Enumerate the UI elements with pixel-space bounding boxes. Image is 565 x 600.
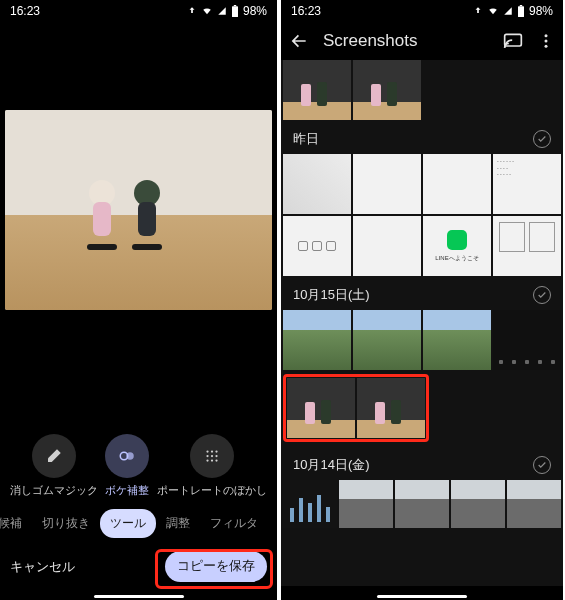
signal-icon: [217, 6, 227, 16]
thumbnail[interactable]: [423, 310, 491, 370]
thumbnail[interactable]: [283, 216, 351, 276]
thumbnail[interactable]: [395, 480, 449, 528]
tab-adjust[interactable]: 調整: [156, 509, 200, 538]
signal-icon: [503, 6, 513, 16]
select-all-toggle[interactable]: [533, 286, 551, 304]
editor-photo-preview[interactable]: [5, 110, 272, 310]
thumbnail[interactable]: [353, 216, 421, 276]
thumbnail[interactable]: [283, 480, 337, 528]
status-icons: 98%: [473, 4, 553, 18]
thumbnail[interactable]: [423, 154, 491, 214]
thumbnail[interactable]: [353, 60, 421, 120]
svg-point-12: [216, 459, 218, 461]
battery-pct: 98%: [529, 4, 553, 18]
tool-row: 消しゴムマジック ボケ補整 ポートレートのぼかし: [0, 434, 277, 498]
tool-bokeh-correct[interactable]: ボケ補整: [105, 434, 149, 498]
tab-filters[interactable]: フィルタ: [200, 509, 268, 538]
editor-tabs[interactable]: 候補 切り抜き ツール 調整 フィルタ: [0, 509, 277, 538]
section-label: 10月14日(金): [293, 456, 370, 474]
svg-point-7: [207, 455, 209, 457]
eraser-icon: [45, 447, 63, 465]
thumbnail[interactable]: LINEへようこそ: [423, 216, 491, 276]
grid-icon: [203, 447, 221, 465]
thumbnail[interactable]: [287, 378, 355, 438]
tool-label: ボケ補整: [105, 484, 149, 498]
tab-tools[interactable]: ツール: [100, 509, 156, 538]
select-all-toggle[interactable]: [533, 130, 551, 148]
line-caption: LINEへようこそ: [423, 254, 491, 263]
status-icons: 98%: [187, 4, 267, 18]
album-title: Screenshots: [323, 31, 489, 51]
section-header-oct15: 10月15日(土): [281, 276, 563, 310]
status-bar-left: 16:23 98%: [0, 0, 277, 22]
back-icon[interactable]: [289, 31, 309, 51]
svg-rect-0: [232, 6, 238, 17]
thumbnail[interactable]: [353, 310, 421, 370]
section-header-yesterday: 昨日: [281, 120, 563, 154]
battery-icon: [231, 5, 239, 17]
tool-portrait-blur[interactable]: ポートレートのぼかし: [157, 434, 267, 498]
svg-rect-14: [520, 5, 522, 6]
tab-crop[interactable]: 切り抜き: [32, 509, 100, 538]
editor-bottom-bar: キャンセル コピーを保存: [0, 551, 277, 582]
thumbnail[interactable]: [451, 480, 505, 528]
svg-point-10: [207, 459, 209, 461]
thumbnail[interactable]: [507, 480, 561, 528]
selection-highlight-annotation: [283, 374, 429, 442]
svg-point-6: [216, 450, 218, 452]
thumbnail[interactable]: [493, 216, 561, 276]
thumb-row-oct14: [281, 480, 563, 528]
battery-icon: [517, 5, 525, 17]
gesture-pill[interactable]: [94, 595, 184, 598]
svg-rect-1: [234, 5, 236, 6]
svg-point-4: [207, 450, 209, 452]
thumb-row-top: [281, 60, 563, 120]
phone-album-screen: 16:23 98% Screenshots 昨日 - - - - - --: [281, 0, 563, 600]
select-all-toggle[interactable]: [533, 456, 551, 474]
gesture-pill[interactable]: [377, 595, 467, 598]
thumbnail[interactable]: [283, 154, 351, 214]
svg-point-18: [545, 45, 548, 48]
svg-point-3: [127, 452, 135, 460]
thumbnail[interactable]: [283, 60, 351, 120]
wifi-icon: [487, 6, 499, 16]
phone-editor-screen: 16:23 98% 消しゴムマジック ボケ補整 ポートレートのぼかし 候補 切り…: [0, 0, 277, 600]
thumb-row-oct15: [281, 310, 563, 370]
album-scroll[interactable]: 昨日 - - - - - -- - - -- - - - - LINEへようこそ…: [281, 60, 563, 586]
tool-label: ポートレートのぼかし: [157, 484, 267, 498]
svg-point-5: [211, 450, 213, 452]
cancel-button[interactable]: キャンセル: [10, 558, 75, 576]
tool-label: 消しゴムマジック: [10, 484, 98, 498]
status-time: 16:23: [291, 4, 321, 18]
upload-icon: [473, 6, 483, 16]
status-bar-right: 16:23 98%: [281, 0, 563, 22]
svg-point-9: [216, 455, 218, 457]
thumbnail[interactable]: [493, 310, 561, 370]
album-header: Screenshots: [281, 22, 563, 60]
thumbnail[interactable]: [339, 480, 393, 528]
bokeh-icon: [118, 447, 136, 465]
svg-point-17: [545, 40, 548, 43]
wifi-icon: [201, 6, 213, 16]
tab-suggestions[interactable]: 候補: [0, 509, 32, 538]
section-label: 10月15日(土): [293, 286, 370, 304]
thumbnail[interactable]: - - - - - -- - - -- - - - -: [493, 154, 561, 214]
section-header-oct14: 10月14日(金): [281, 446, 563, 480]
svg-point-11: [211, 459, 213, 461]
svg-point-8: [211, 455, 213, 457]
cast-icon[interactable]: [503, 31, 523, 51]
thumbnail[interactable]: [353, 154, 421, 214]
thumbnail[interactable]: [357, 378, 425, 438]
svg-point-16: [545, 34, 548, 37]
more-icon[interactable]: [537, 31, 555, 51]
svg-rect-13: [518, 6, 524, 17]
tool-magic-eraser[interactable]: 消しゴムマジック: [10, 434, 98, 498]
upload-icon: [187, 6, 197, 16]
thumbnail[interactable]: [283, 310, 351, 370]
status-time: 16:23: [10, 4, 40, 18]
section-label: 昨日: [293, 130, 319, 148]
battery-pct: 98%: [243, 4, 267, 18]
save-copy-button[interactable]: コピーを保存: [165, 551, 267, 582]
thumb-row-yesterday: - - - - - -- - - -- - - - - LINEへようこそ: [281, 154, 563, 276]
